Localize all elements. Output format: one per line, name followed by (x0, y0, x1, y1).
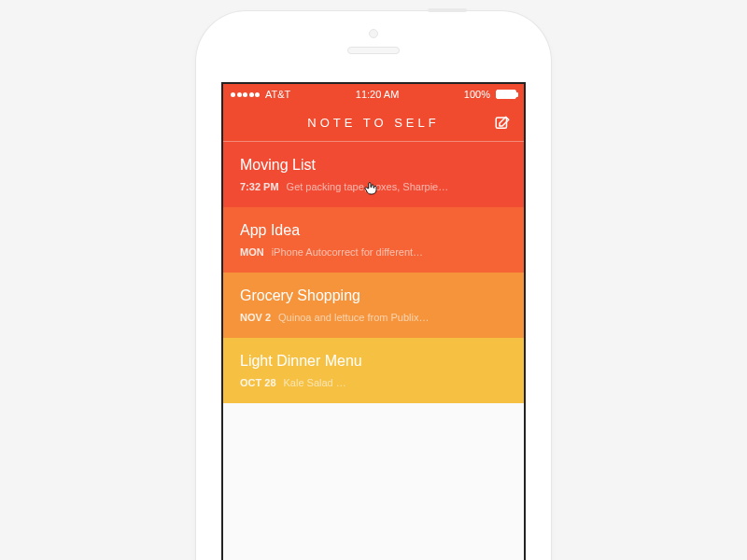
clock-label: 11:20 AM (356, 89, 399, 100)
phone-frame: AT&T 11:20 AM 100% NOTE TO SELF Moving L… (196, 11, 551, 560)
note-time: 7:32 PM (240, 181, 279, 192)
note-preview: Quinoa and lettuce from Publix… (278, 312, 429, 323)
note-row[interactable]: Light Dinner Menu OCT 28 Kale Salad … (223, 338, 524, 403)
note-row[interactable]: Grocery Shopping NOV 2 Quinoa and lettuc… (223, 273, 524, 338)
note-list: Moving List 7:32 PM Get packing tape, bo… (223, 142, 524, 403)
phone-camera (369, 29, 378, 38)
note-row[interactable]: App Idea MON iPhone Autocorrect for diff… (223, 207, 524, 273)
note-time: NOV 2 (240, 312, 271, 323)
note-time: MON (240, 246, 264, 258)
note-row[interactable]: Moving List 7:32 PM Get packing tape, bo… (223, 142, 524, 207)
note-title: Light Dinner Menu (240, 353, 507, 370)
note-title: Moving List (240, 157, 507, 174)
note-time: OCT 28 (240, 377, 276, 388)
battery-icon (496, 90, 516, 99)
note-preview: Kale Salad … (284, 377, 346, 388)
note-title: Grocery Shopping (240, 287, 507, 304)
signal-dots-icon (231, 92, 260, 97)
note-preview: Get packing tape, boxes, Sharpie… (287, 181, 449, 192)
app-title: NOTE TO SELF (307, 116, 439, 130)
phone-speaker (347, 47, 400, 54)
phone-power-button (428, 8, 467, 12)
navbar: NOTE TO SELF (223, 105, 524, 142)
battery-pct-label: 100% (464, 89, 490, 100)
compose-icon (494, 115, 511, 132)
note-title: App Idea (240, 222, 507, 239)
screen: AT&T 11:20 AM 100% NOTE TO SELF Moving L… (221, 82, 526, 560)
compose-button[interactable] (494, 115, 511, 132)
note-preview: iPhone Autocorrect for different… (272, 246, 423, 258)
status-bar: AT&T 11:20 AM 100% (223, 84, 524, 105)
carrier-label: AT&T (265, 89, 290, 100)
